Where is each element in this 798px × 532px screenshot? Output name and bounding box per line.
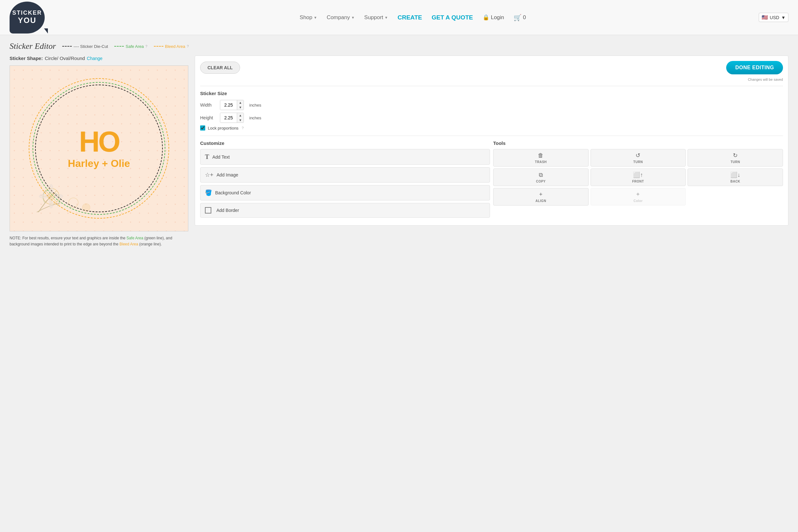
height-unit: inches bbox=[249, 116, 262, 120]
front-icon: ⬜↑ bbox=[633, 171, 643, 178]
back-icon: ⬜↓ bbox=[730, 171, 740, 178]
align-icon: + bbox=[539, 191, 543, 198]
color-button[interactable]: ✦ Color bbox=[590, 188, 686, 206]
height-label: Height bbox=[200, 115, 216, 120]
svg-point-7 bbox=[82, 204, 90, 211]
front-button[interactable]: ⬜↑ FRONT bbox=[590, 169, 686, 186]
lock-proportions-label: Lock proportions bbox=[208, 126, 239, 131]
width-unit: inches bbox=[249, 103, 262, 108]
sticker-size-title: Sticker Size bbox=[200, 91, 783, 96]
align-button[interactable]: + ALIGN bbox=[493, 188, 589, 206]
width-input[interactable] bbox=[220, 100, 237, 110]
cart-icon: 🛒 bbox=[514, 14, 521, 21]
note-safe-area: Safe Area bbox=[127, 236, 143, 240]
flowers-decoration bbox=[35, 148, 99, 212]
support-arrow-icon: ▼ bbox=[385, 16, 388, 19]
right-panel: CLEAR ALL DONE EDITING Changes will be s… bbox=[195, 56, 788, 226]
height-input[interactable] bbox=[220, 113, 237, 122]
legend-bleed-area: Bleed Area ? bbox=[154, 44, 189, 49]
lock-row: Lock proportions ? bbox=[200, 126, 783, 131]
height-row: Height ▲ ▼ inches bbox=[200, 113, 783, 123]
tools-grid: 🗑 TRASH ↺ TURN ↻ TURN ⧉ bbox=[493, 149, 783, 206]
star-plus-icon: ☆+ bbox=[205, 171, 213, 178]
width-spinner: ▲ ▼ bbox=[237, 100, 244, 110]
sticker-shape-row: Sticker Shape: Circle/ Oval/Round Change bbox=[10, 56, 188, 61]
turn-left-icon: ↺ bbox=[635, 152, 640, 159]
width-label: Width bbox=[200, 102, 216, 108]
lock-proportions-checkbox[interactable] bbox=[200, 126, 205, 131]
nav-create[interactable]: CREATE bbox=[397, 14, 422, 21]
turn-left-button[interactable]: ↺ TURN bbox=[590, 149, 686, 167]
svg-point-9 bbox=[54, 194, 63, 198]
canvas-wrapper[interactable]: HO Harley + Olie bbox=[10, 65, 188, 231]
legend-safe-area: Safe Area ? bbox=[114, 44, 147, 49]
safe-area-help-icon[interactable]: ? bbox=[146, 44, 148, 48]
height-input-wrapper: ▲ ▼ bbox=[220, 113, 244, 123]
svg-point-8 bbox=[49, 185, 53, 193]
done-editing-button[interactable]: DONE EDITING bbox=[726, 61, 783, 74]
logo[interactable]: STICKER YOU bbox=[10, 2, 45, 34]
company-arrow-icon: ▼ bbox=[351, 16, 355, 19]
add-border-button[interactable]: Add Border bbox=[200, 203, 490, 217]
height-spinner: ▲ ▼ bbox=[237, 113, 244, 122]
bleed-area-help-icon[interactable]: ? bbox=[187, 44, 189, 48]
die-cut-line-icon bbox=[62, 46, 72, 46]
back-button[interactable]: ⬜↓ BACK bbox=[687, 169, 783, 186]
paint-bucket-icon: 🪣 bbox=[205, 189, 212, 196]
turn-right-icon: ↻ bbox=[733, 152, 738, 159]
logo-line1: STICKER bbox=[12, 10, 42, 16]
main-nav: Shop ▼ Company ▼ Support ▼ CREATE GET A … bbox=[67, 14, 759, 21]
add-text-button[interactable]: T Add Text bbox=[200, 149, 490, 165]
note-text: NOTE: For best results, ensure your text… bbox=[10, 235, 188, 247]
nav-support[interactable]: Support ▼ bbox=[364, 14, 388, 21]
nav-login[interactable]: 🔒 Login bbox=[482, 14, 504, 21]
lock-proportions-help-icon[interactable]: ? bbox=[242, 126, 244, 130]
sticker-circle[interactable]: HO Harley + Olie bbox=[35, 84, 163, 212]
sticker-shape-label: Sticker Shape: bbox=[10, 56, 43, 61]
add-image-button[interactable]: ☆+ Add Image bbox=[200, 167, 490, 183]
change-shape-button[interactable]: Change bbox=[87, 56, 102, 61]
sticker-shape-value: Circle/ Oval/Round bbox=[45, 56, 85, 61]
note-bleed-area: Bleed Area bbox=[119, 242, 138, 246]
nav-get-a-quote[interactable]: GET A QUOTE bbox=[432, 14, 473, 21]
width-down-button[interactable]: ▼ bbox=[237, 105, 244, 110]
background-color-button[interactable]: 🪣 Background Color bbox=[200, 185, 490, 201]
width-row: Width ▲ ▼ inches bbox=[200, 100, 783, 110]
flag-icon: 🇺🇸 bbox=[762, 14, 768, 20]
height-down-button[interactable]: ▼ bbox=[237, 118, 244, 122]
currency-chevron-icon: ▼ bbox=[781, 15, 785, 20]
width-input-wrapper: ▲ ▼ bbox=[220, 100, 244, 110]
svg-point-10 bbox=[49, 199, 53, 208]
copy-button[interactable]: ⧉ COPY bbox=[493, 169, 589, 186]
trash-button[interactable]: 🗑 TRASH bbox=[493, 149, 589, 167]
text-icon: T bbox=[205, 153, 209, 160]
height-up-button[interactable]: ▲ bbox=[237, 113, 244, 118]
canvas-area: Sticker Shape: Circle/ Oval/Round Change… bbox=[10, 56, 188, 247]
tools-title: Tools bbox=[493, 140, 783, 146]
header: STICKER YOU Shop ▼ Company ▼ Support ▼ C… bbox=[0, 0, 798, 35]
logo-tail bbox=[44, 28, 48, 34]
shop-arrow-icon: ▼ bbox=[314, 16, 317, 19]
tools-col: Tools 🗑 TRASH ↺ TURN ↻ TURN bbox=[493, 140, 783, 220]
svg-point-6 bbox=[69, 198, 78, 207]
copy-icon: ⧉ bbox=[539, 172, 543, 178]
width-up-button[interactable]: ▲ bbox=[237, 100, 244, 105]
turn-right-button[interactable]: ↻ TURN bbox=[687, 149, 783, 167]
trash-icon: 🗑 bbox=[538, 152, 544, 159]
editor-title: Sticker Editor bbox=[10, 41, 56, 51]
customize-title: Customize bbox=[200, 140, 490, 146]
safe-area-line-icon bbox=[114, 46, 124, 46]
currency-label: USD bbox=[770, 15, 779, 20]
nav-cart[interactable]: 🛒 0 bbox=[514, 14, 526, 21]
divider-1 bbox=[200, 86, 783, 86]
divider-2 bbox=[200, 136, 783, 136]
lock-icon: 🔒 bbox=[482, 14, 489, 21]
customize-tools-section: Customize T Add Text ☆+ Add Image 🪣 Back… bbox=[200, 140, 783, 220]
currency-selector[interactable]: 🇺🇸 USD ▼ bbox=[759, 13, 788, 22]
nav-company[interactable]: Company ▼ bbox=[326, 14, 355, 21]
customize-col: Customize T Add Text ☆+ Add Image 🪣 Back… bbox=[200, 140, 490, 220]
clear-all-button[interactable]: CLEAR ALL bbox=[200, 62, 240, 74]
nav-shop[interactable]: Shop ▼ bbox=[300, 14, 317, 21]
logo-area: STICKER YOU bbox=[10, 2, 48, 34]
changes-saved-text: Changes will be saved bbox=[200, 78, 783, 81]
